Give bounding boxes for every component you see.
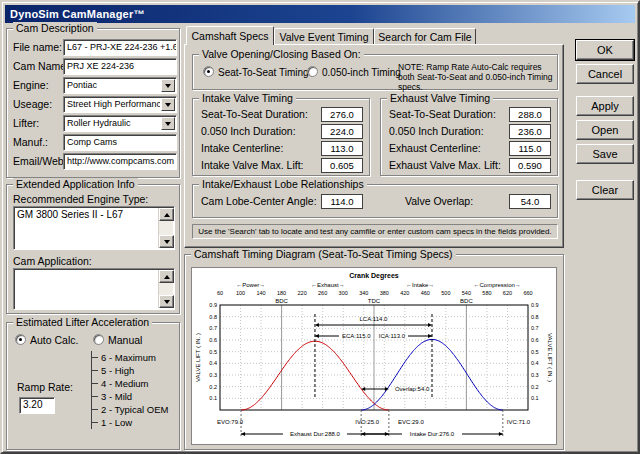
svg-text:460: 460 [421,290,430,296]
cam-application-listbox[interactable] [13,268,175,310]
intake-timing-title: Intake Valve Timing [199,92,296,105]
manuf-input[interactable]: Comp Cams [63,134,177,151]
svg-text:0.5: 0.5 [531,349,539,355]
tab-valve-event-timing[interactable]: Valve Event Timing [274,28,374,45]
list-item[interactable]: GM 3800 Series II - L67 [14,207,159,222]
tab-camshaft-specs[interactable]: Camshaft Specs [186,26,274,45]
apply-button[interactable]: Apply [576,96,634,116]
lobe-relationships-title: Intake/Exhaust Lobe Relationships [199,178,367,191]
lobe-center-input[interactable]: 114.0 [321,194,363,209]
auto-calc-label: Auto Calc. [30,334,78,347]
svg-text:540: 540 [462,290,471,296]
svg-text:380: 380 [380,290,389,296]
cam-application-label: Cam Application: [13,255,92,268]
svg-text:VALVE LIFT ( IN. ): VALVE LIFT ( IN. ) [547,333,553,382]
svg-text:BDC: BDC [460,298,473,304]
lobe-relationships-group: Intake/Exhaust Lobe Relationships Cam Lo… [192,184,558,218]
save-button[interactable]: Save [576,144,634,164]
ramp-rate-label: Ramp Rate: [17,381,73,394]
scroll-up-button[interactable] [159,270,174,283]
ok-button[interactable]: OK [576,40,634,60]
scale-item: 1 - Low [92,416,168,429]
svg-text:BDC: BDC [275,298,288,304]
exhaust-timing-title: Exhaust Valve Timing [387,92,493,105]
svg-text:IVC:71.0: IVC:71.0 [507,419,531,425]
row-label: Intake Valve Max. Lift: [201,159,304,172]
svg-text:ICA:113.0: ICA:113.0 [379,333,406,339]
lifter-dropdown-button[interactable] [161,117,175,130]
ramp-rate-note: NOTE: Ramp Rate Auto-Calc requires both … [398,62,554,92]
svg-text:0.6: 0.6 [209,337,217,343]
svg-text:340: 340 [359,290,368,296]
scale-label: 2 - Typical OEM [101,404,168,415]
manual-radio[interactable] [93,334,104,345]
svg-text:VALVE LIFT ( IN. ): VALVE LIFT ( IN. ) [195,333,201,382]
engine-dropdown-button[interactable] [161,79,175,92]
exhaust-050-duration-input[interactable]: 236.0 [509,124,551,139]
inch-timing-radio[interactable] [307,66,318,77]
engine-combobox[interactable]: Pontiac [63,77,177,94]
chevron-down-icon [165,103,171,107]
intake-s2s-duration-input[interactable]: 276.0 [321,107,363,122]
scale-item: 6 - Maximum [92,351,168,364]
svg-text:IVO:25.0: IVO:25.0 [355,419,379,425]
engine-type-listbox[interactable]: GM 3800 Series II - L67 [13,206,175,250]
window-title: DynoSim CamManager™ [10,8,145,20]
cam-name-input[interactable]: PRJ XE 224-236 [63,58,177,75]
tick-mark [92,357,98,358]
useage-dropdown-button[interactable] [161,98,175,111]
exhaust-s2s-duration-input[interactable]: 288.0 [509,107,551,122]
intake-max-lift-input[interactable]: 0.605 [321,158,363,173]
svg-text:0.8: 0.8 [209,314,217,320]
svg-text:300: 300 [339,290,348,296]
app-window: DynoSim CamManager™ Cam Description File… [0,0,640,454]
tick-mark [92,370,98,371]
intake-050-duration-input[interactable]: 224.0 [321,124,363,139]
email-web-input[interactable]: http://www.compcams.com [63,153,177,170]
svg-text:EVC:29.0: EVC:29.0 [398,419,424,425]
chevron-down-icon [165,122,171,126]
exhaust-centerline-input[interactable]: 115.0 [509,141,551,156]
open-button[interactable]: Open [576,120,634,140]
scale-label: 6 - Maximum [101,352,156,363]
tab-search-for-cam-file[interactable]: Search for Cam File [374,28,476,45]
row-label: Seat-To-Seat Duration: [389,108,496,121]
clear-button[interactable]: Clear [576,180,634,200]
lifter-acceleration-group: Estimated Lifter Acceleration Auto Calc.… [6,322,180,450]
svg-text:0.7: 0.7 [531,325,539,331]
engine-type-scrollbar[interactable] [158,208,173,248]
svg-text:←Intake→: ←Intake→ [406,282,434,288]
manuf-label: Manuf.: [13,136,48,149]
svg-text:Crank Degrees: Crank Degrees [349,272,399,280]
scale-label: 1 - Low [101,417,132,428]
auto-calc-radio[interactable] [15,334,26,345]
lifter-combobox[interactable]: Roller Hydraulic [63,115,177,132]
scroll-down-button[interactable] [159,235,174,248]
lifter-label: Lifter: [13,117,39,130]
chevron-down-icon [165,84,171,88]
ramp-rate-scale: 6 - Maximum 5 - High 4 - Medium 3 - Mild… [91,351,168,429]
svg-text:Overlap:54.0: Overlap:54.0 [395,386,430,392]
timing-chart-svg: Crank Degrees←Power→←Exhaust→←Intake→←Co… [192,268,556,444]
cam-description-title: Cam Description [13,22,97,35]
scroll-up-button[interactable] [159,208,174,221]
useage-combobox[interactable]: Street High Performance [63,96,177,113]
tick-mark [92,396,98,397]
tick-mark [92,422,98,423]
titlebar[interactable]: DynoSim CamManager™ [5,5,635,23]
seat-to-seat-label: Seat-To-Seat Timing [218,66,309,79]
intake-centerline-input[interactable]: 113.0 [321,141,363,156]
exhaust-max-lift-input[interactable]: 0.590 [509,158,551,173]
scroll-down-button[interactable] [159,295,174,308]
svg-text:0.3: 0.3 [209,372,217,378]
cancel-button[interactable]: Cancel [576,64,634,84]
svg-text:TDC: TDC [368,298,381,304]
svg-text:EVO:79.0: EVO:79.0 [217,419,244,425]
cam-application-scrollbar[interactable] [158,270,173,308]
row-label: Seat-To-Seat Duration: [201,108,308,121]
valve-overlap-input[interactable]: 54.0 [509,194,551,209]
svg-text:0.1: 0.1 [209,395,217,401]
ramp-rate-input[interactable]: 3.20 [19,397,55,414]
file-name-input[interactable]: L67 - PRJ-XE 224-236 +1.6:1... [63,39,177,56]
seat-to-seat-radio[interactable] [203,66,214,77]
